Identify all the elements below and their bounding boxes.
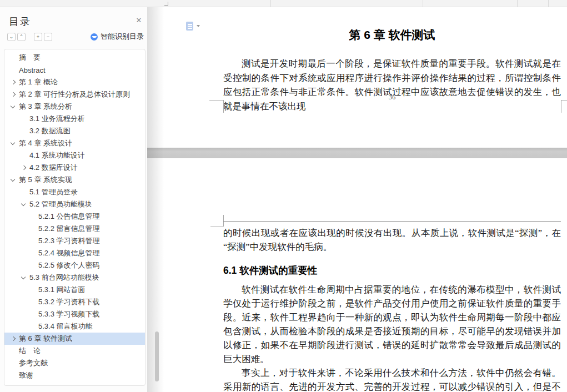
toc-item-label: 第 6 章 软件测试 [19, 334, 72, 344]
chevron-placeholder [31, 264, 38, 267]
toc-item-label: 5.2 管理员功能模块 [29, 199, 92, 209]
toc-item[interactable]: 5.2.5 修改个人密码 [4, 259, 145, 272]
toc-item[interactable]: 5.2.3 学习资料管理 [4, 235, 145, 247]
chevron-placeholder [31, 325, 38, 328]
toc-item[interactable]: 5.3.2 学习资料下载 [4, 296, 145, 308]
toc-item-label: 5.3.4 留言板功能 [38, 321, 93, 331]
margin-mark [561, 100, 561, 113]
page36-paragraph: 测试是开发时期最后一个阶段，是保证软件质量的重要手段。软件测试就是在受控制的条件… [223, 57, 561, 113]
chevron-down-icon[interactable] [11, 179, 19, 181]
toc-item-label: 5.2.4 视频信息管理 [38, 248, 100, 258]
page-36: 第 6 章 软件测试 测试是开发时期最后一个阶段，是保证软件质量的重要手段。软件… [147, 7, 567, 148]
collapse-all-button[interactable]: − [44, 33, 52, 41]
toc-item[interactable]: 5.3.1 网站首面 [4, 284, 145, 296]
toc-item-label: 致谢 [19, 370, 33, 380]
close-icon[interactable]: ✕ [134, 16, 143, 25]
expand-all-button[interactable]: + [34, 33, 42, 41]
scrollbar-thumb[interactable] [155, 331, 159, 381]
chevron-down-icon[interactable] [22, 277, 29, 279]
chevron-placeholder [22, 190, 29, 194]
chevron-placeholder [31, 227, 38, 230]
chevron-down-icon[interactable] [197, 25, 200, 27]
toc-item[interactable]: 第 2 章 可行性分析及总体设计原则 [4, 88, 145, 100]
toc-item[interactable]: 5.2 管理员功能模块 [4, 198, 145, 210]
chevron-placeholder [31, 288, 38, 292]
ribbon-separator [548, 0, 549, 7]
toc-item-label: 5.1 管理员登录 [29, 187, 78, 197]
margin-mark [210, 227, 223, 227]
smart-recognize-label: 智能识别目录 [101, 32, 144, 42]
toc-item-label: 参考文献 [19, 358, 48, 368]
section-heading: 6.1 软件测试的重要性 [223, 264, 561, 278]
margin-mark [209, 100, 223, 100]
chevron-placeholder [11, 56, 19, 59]
chevron-right-icon[interactable] [22, 166, 29, 169]
chapter-title: 第 6 章 软件测试 [223, 27, 561, 43]
toc-item[interactable]: 3.1 业务流程分析 [4, 113, 145, 125]
toc-item-label: 5.3.2 学习资料下载 [38, 297, 100, 307]
toc-panel-title: 目录 [9, 15, 31, 28]
toc-item[interactable]: 5.1 管理员登录 [4, 186, 145, 198]
page-gap [147, 148, 567, 158]
document-outline-icon[interactable] [186, 22, 193, 31]
toc-item[interactable]: 5.2.1 公告信息管理 [4, 210, 145, 223]
toc-item[interactable]: 5.3 前台网站功能模块 [4, 272, 145, 284]
toc-item[interactable]: 第 3 章 系统分析 [4, 100, 145, 113]
chevron-placeholder [31, 300, 38, 304]
toc-item-label: 第 2 章 可行性分析及总体设计原则 [19, 89, 130, 99]
toc-item[interactable]: 摘 要 [4, 52, 145, 64]
chevron-placeholder [22, 117, 29, 120]
chevron-placeholder [11, 361, 19, 365]
toc-item-label: 第 5 章 系统实现 [19, 175, 72, 185]
page37-body: 的时候出现或者在应该出现的时候没有出现。从本质上说，软件测试是“探测”，在“探测… [223, 226, 561, 392]
toc-item-label: 第 1 章 概论 [19, 77, 58, 87]
ribbon-separator [270, 0, 271, 7]
toc-item-label: 5.3.1 网站首面 [38, 285, 86, 295]
section-paragraph-1: 软件测试在软件生命周期中占据重要的地位，在传统的瀑布模型中，软件测试学仅处于运行… [223, 283, 561, 366]
toc-item[interactable]: 3.2 数据流图 [4, 125, 145, 137]
toc-item[interactable]: 参考文献 [4, 357, 145, 369]
toc-item[interactable]: 第 4 章 系统设计 [4, 137, 145, 149]
toc-item[interactable]: 第 6 章 软件测试 [4, 333, 145, 345]
smart-recognize-toc-button[interactable]: 智能识别目录 [91, 32, 144, 42]
toc-item[interactable]: 第 5 章 系统实现 [4, 174, 145, 186]
toc-item-label: 5.2.2 留言信息管理 [38, 224, 100, 234]
chevron-down-icon[interactable] [22, 203, 29, 205]
toc-item[interactable]: 5.3.4 留言板功能 [4, 320, 145, 333]
toc-item-label: 3.2 数据流图 [29, 126, 71, 136]
toc-item-label: 3.1 业务流程分析 [29, 114, 85, 124]
chevron-placeholder [31, 252, 38, 255]
toc-item[interactable]: 4.2 数据库设计 [4, 162, 145, 174]
chevron-placeholder [11, 374, 19, 377]
ribbon-separator [517, 0, 518, 7]
toc-item[interactable]: 致谢 [4, 369, 145, 381]
toc-item-label: 第 3 章 系统分析 [19, 102, 72, 112]
chevron-placeholder [11, 349, 19, 353]
chevron-placeholder [22, 154, 29, 157]
collapse-up-button[interactable]: ⌃ [17, 33, 26, 41]
expand-down-button[interactable]: ⌄ [7, 33, 16, 41]
ribbon-corner-glyph [164, 2, 168, 6]
section-paragraph-2: 事实上，对于软件来讲，不论采用什么技术和什么方法，软件中仍然会有错。采用新的语言… [223, 366, 561, 392]
ribbon-bottom-strip [0, 0, 567, 7]
smart-ai-icon [91, 33, 98, 41]
toc-item-label: 5.3.3 学习视频下载 [38, 309, 100, 319]
toc-item[interactable]: 5.3.3 学习视频下载 [4, 308, 145, 320]
toc-item-label: 摘 要 [19, 53, 41, 63]
chevron-down-icon[interactable] [11, 105, 19, 108]
toc-item[interactable]: 5.2.4 视频信息管理 [4, 247, 145, 259]
chevron-right-icon[interactable] [11, 81, 19, 84]
chevron-placeholder [11, 68, 19, 72]
toc-item[interactable]: Abstract [4, 64, 145, 76]
chevron-down-icon[interactable] [11, 142, 19, 144]
toc-item[interactable]: 4.1 系统功能设计 [4, 149, 145, 162]
toc-item-label: 5.3 前台网站功能模块 [29, 273, 99, 283]
chevron-right-icon[interactable] [11, 93, 19, 96]
chevron-right-icon[interactable] [11, 337, 19, 340]
toc-item[interactable]: 结 论 [4, 345, 145, 357]
toc-item[interactable]: 第 1 章 概论 [4, 76, 145, 88]
toc-item-label: 第 4 章 系统设计 [19, 138, 72, 148]
chevron-placeholder [31, 239, 38, 243]
margin-mark [561, 100, 567, 100]
toc-item[interactable]: 5.2.2 留言信息管理 [4, 223, 145, 235]
